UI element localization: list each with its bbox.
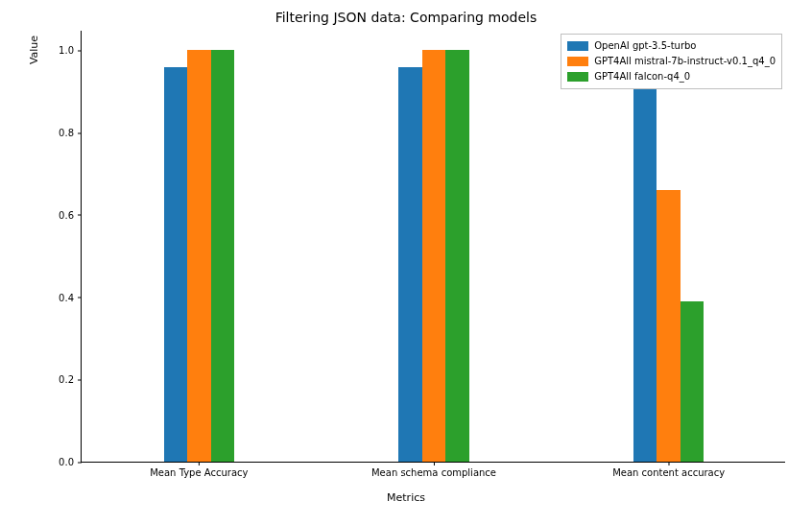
legend: OpenAI gpt-3.5-turboGPT4All mistral-7b-i… <box>561 34 782 89</box>
y-tick: 0.4 <box>59 292 82 302</box>
y-axis-label: Value <box>28 0 40 266</box>
bar <box>187 50 210 462</box>
y-tick: 0.0 <box>59 457 82 467</box>
chart-axes: 0.00.20.40.60.81.0 Mean Type AccuracyMea… <box>81 31 785 463</box>
y-tick: 1.0 <box>59 45 82 56</box>
bar <box>422 50 445 462</box>
x-tick: Mean schema compliance <box>371 462 496 478</box>
x-tick: Mean content accuracy <box>612 462 725 478</box>
figure: Filtering JSON data: Comparing models 0.… <box>0 0 812 525</box>
x-axis-label: Metrics <box>0 491 812 504</box>
x-tick: Mean Type Accuracy <box>150 462 248 478</box>
legend-item: OpenAI gpt-3.5-turbo <box>567 38 776 54</box>
legend-item: GPT4All mistral-7b-instruct-v0.1_q4_0 <box>567 54 776 69</box>
bar <box>633 50 657 462</box>
legend-swatch <box>567 41 588 51</box>
legend-label: OpenAI gpt-3.5-turbo <box>594 38 696 54</box>
bar <box>211 50 234 462</box>
bar <box>681 301 704 462</box>
y-tick: 0.8 <box>59 128 82 138</box>
legend-item: GPT4All falcon-q4_0 <box>567 69 776 84</box>
y-tick: 0.6 <box>59 209 82 220</box>
chart-title: Filtering JSON data: Comparing models <box>0 10 812 25</box>
legend-label: GPT4All falcon-q4_0 <box>594 69 690 84</box>
bar <box>445 50 468 462</box>
legend-swatch <box>567 57 588 66</box>
y-tick: 0.2 <box>59 374 82 385</box>
legend-label: GPT4All mistral-7b-instruct-v0.1_q4_0 <box>594 54 776 69</box>
legend-swatch <box>567 72 588 82</box>
bar <box>164 67 187 462</box>
bar <box>657 190 680 462</box>
bar <box>398 67 421 462</box>
